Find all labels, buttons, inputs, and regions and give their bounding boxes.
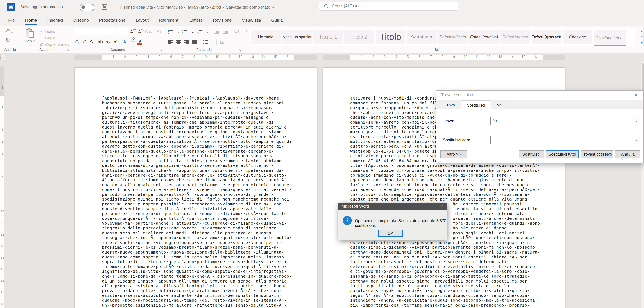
font-size-combobox[interactable]: ⌄ — [116, 28, 128, 35]
style-card[interactable]: Citazione — [563, 30, 592, 44]
chevron-down-icon[interactable]: ⌄ — [177, 30, 180, 34]
strikethrough-button[interactable]: ab — [98, 39, 103, 45]
style-card[interactable]: Nessuna spaziat — [282, 30, 312, 44]
paste-button[interactable]: Incolla ⌄ — [22, 27, 38, 50]
align-left-button[interactable] — [168, 40, 173, 44]
chevron-down-icon[interactable]: ⌄ — [206, 30, 209, 34]
replace-button[interactable]: Sostituisci — [519, 150, 544, 158]
more-button[interactable]: Altro >> — [440, 150, 467, 158]
format-painter-button[interactable]: Copia formato — [40, 41, 70, 48]
carattere-dialog-launcher-icon[interactable]: ↘ — [160, 48, 163, 51]
decrease-indent-button[interactable] — [214, 29, 220, 34]
clear-formatting-button[interactable]: A◊ — [156, 29, 162, 34]
numbered-list-button[interactable]: 123 — [182, 29, 189, 34]
line-spacing-button[interactable] — [203, 40, 209, 44]
chevron-down-icon[interactable]: ⌄ — [142, 41, 144, 44]
redo-button[interactable]: ↻ — [5, 37, 10, 44]
ribbon-tab[interactable]: Layout — [132, 16, 152, 24]
style-card[interactable]: Citazione intens — [594, 30, 626, 46]
ribbon-tab[interactable]: Lettere — [186, 16, 206, 24]
italic-button[interactable]: C — [82, 39, 88, 45]
style-card[interactable]: Enfasi (grassett — [532, 30, 561, 44]
style-card[interactable]: Sottotitolo — [407, 30, 436, 44]
horizontal-ruler-page1[interactable]: 12345678910111213141516 — [74, 55, 317, 60]
chevron-down-icon[interactable]: ⌄ — [634, 136, 640, 144]
multilevel-list-button[interactable]: 1ai — [197, 29, 204, 34]
undo-button[interactable]: ↶⌄ — [5, 28, 13, 35]
dialog-tab[interactable]: Sostituisci — [461, 100, 491, 109]
sort-button[interactable]: A↓Z — [234, 30, 239, 34]
underline-button[interactable]: S⌄ — [90, 39, 96, 45]
align-center-button[interactable] — [176, 40, 182, 44]
replace-input[interactable]: ⌄ — [490, 136, 640, 144]
replace-all-button[interactable]: Sostituisci tutto — [546, 150, 578, 158]
ribbon-tab[interactable]: Visualizza — [238, 16, 265, 24]
gallery-up-icon[interactable]: ▴ — [640, 28, 644, 34]
style-card[interactable]: Titolo — [376, 30, 405, 44]
find-next-button[interactable]: Trova successivo — [580, 150, 613, 158]
gallery-down-icon[interactable]: ▾ — [640, 34, 644, 40]
style-card[interactable]: Titolo 1 — [313, 30, 343, 44]
search-input[interactable]: Cerca (ALT+X) — [319, 2, 458, 11]
vertical-ruler[interactable]: 21 123456789101112131415161718 — [0, 67, 4, 308]
ribbon-tab[interactable]: Revisione — [209, 16, 236, 24]
change-case-button[interactable]: Aa⌄ — [145, 29, 152, 34]
text-effects-button[interactable]: A⌄ — [123, 39, 128, 45]
chevron-down-icon[interactable]: ⌄ — [191, 30, 194, 34]
justify-button[interactable] — [192, 40, 198, 44]
cut-button[interactable]: ✂Taglia — [40, 28, 70, 35]
style-card[interactable]: Enfasi intensa — [500, 30, 530, 44]
chevron-down-icon[interactable]: ⌄ — [634, 117, 640, 125]
font-color-button[interactable]: A⌄ — [138, 39, 144, 45]
gallery-more-icon[interactable]: ≡ — [640, 40, 644, 46]
close-icon[interactable]: × — [440, 204, 444, 209]
horizontal-ruler-page2[interactable]: 12345678910111213141516 — [322, 55, 565, 60]
font-name-combobox[interactable]: ⌄ — [74, 28, 114, 35]
bullet-list-button[interactable] — [168, 29, 174, 34]
dialog-tab[interactable]: Trova — [439, 101, 461, 109]
chevron-down-icon[interactable]: ⌄ — [227, 40, 230, 44]
ribbon-tab[interactable]: Guida — [268, 16, 286, 24]
tab-selector[interactable]: ⊢ — [0, 55, 5, 60]
shading-button[interactable] — [219, 40, 225, 44]
chevron-down-icon[interactable]: ⌄ — [93, 41, 95, 44]
style-card[interactable]: Normale — [251, 30, 281, 44]
style-card[interactable]: Enfasi delicata — [438, 30, 468, 44]
shrink-font-button[interactable]: Aˇ — [137, 28, 143, 35]
ribbon-tab[interactable]: Inserisci — [44, 16, 67, 24]
ribbon-tab[interactable]: Riferimenti — [155, 16, 183, 24]
style-card[interactable]: Titolo 2 — [344, 30, 374, 44]
ribbon-tab[interactable]: Progettazione — [96, 16, 129, 24]
ribbon-tab[interactable]: File — [4, 16, 19, 24]
undo-dropdown-icon[interactable]: ⌄ — [11, 30, 13, 34]
chevron-down-icon[interactable]: ⌄ — [132, 44, 135, 47]
paragrafo-dialog-launcher-icon[interactable]: ↘ — [239, 48, 241, 51]
superscript-button[interactable]: x² — [113, 39, 118, 45]
highlight-color-button[interactable]: ⌄ — [131, 37, 136, 47]
ribbon-tab[interactable]: Disegno — [70, 16, 92, 24]
increase-indent-button[interactable] — [222, 29, 228, 34]
paste-dropdown-icon[interactable]: ⌄ — [22, 43, 38, 47]
bold-button[interactable]: G — [74, 39, 80, 45]
borders-button[interactable] — [232, 40, 238, 45]
dialog-tab[interactable]: Vai — [491, 101, 508, 109]
chevron-down-icon[interactable]: ⌄ — [240, 40, 243, 44]
style-card[interactable]: Enfasi (corsivo) — [469, 30, 499, 44]
align-right-button[interactable] — [184, 40, 190, 44]
ribbon-tab[interactable]: Home — [22, 16, 41, 24]
help-icon[interactable]: ? — [624, 93, 626, 98]
cancel-button[interactable]: Annulla — [615, 150, 640, 158]
copy-button[interactable]: Copia — [40, 35, 70, 41]
find-input[interactable]: ^p ⌄ — [490, 117, 640, 125]
ok-button[interactable]: OK — [378, 230, 403, 237]
document-title[interactable]: Il senso della vita - Vito Mancuso - Ita… — [120, 5, 274, 10]
appunti-dialog-launcher-icon[interactable]: ↘ — [67, 48, 69, 51]
document-page-1[interactable]: [Applauso]··[Musica]··[Applauso]··[Music… — [74, 67, 317, 308]
save-icon[interactable] — [102, 4, 108, 10]
grow-font-button[interactable]: Aˇ​ˆ — [130, 28, 136, 35]
close-icon[interactable]: × — [634, 92, 637, 98]
word-logo-icon[interactable]: W — [7, 3, 15, 11]
autosave-toggle[interactable] — [80, 4, 94, 11]
subscript-button[interactable]: x₂ — [105, 39, 111, 45]
chevron-down-icon[interactable]: ⌄ — [126, 41, 128, 44]
